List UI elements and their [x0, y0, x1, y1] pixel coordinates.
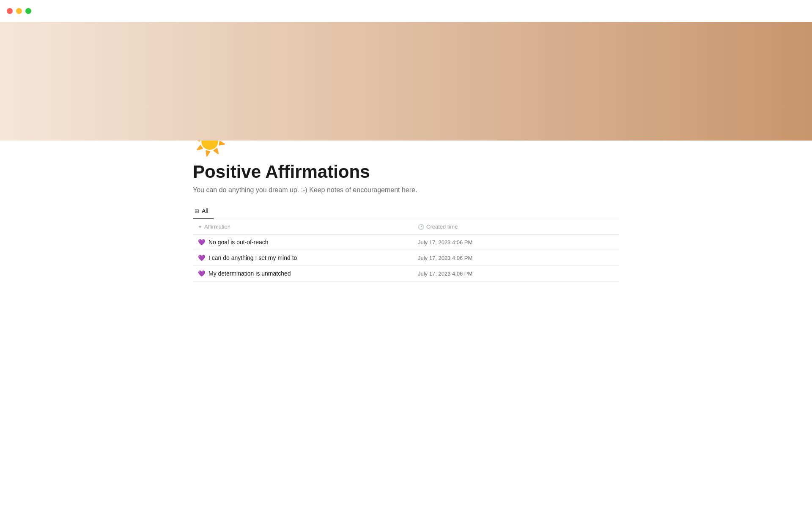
- titlebar: [0, 0, 812, 22]
- table-row[interactable]: 💜My determination is unmatchedJuly 17, 2…: [193, 266, 619, 282]
- col-affirmation-label: Affirmation: [204, 224, 230, 230]
- extra-cell: [523, 250, 619, 266]
- page-content: ☀️ Positive Affirmations You can do anyt…: [152, 128, 660, 282]
- extra-cell: [523, 266, 619, 282]
- minimize-button[interactable]: [16, 8, 22, 14]
- clock-icon: 🕐: [418, 224, 424, 230]
- maximize-button[interactable]: [25, 8, 31, 14]
- affirmation-text: No goal is out-of-reach: [208, 239, 269, 246]
- created-time-cell: July 17, 2023 4:06 PM: [413, 266, 523, 282]
- tabs-bar: ⊞ All: [193, 204, 619, 219]
- extra-cell: [523, 235, 619, 250]
- table-row[interactable]: 💜No goal is out-of-reachJuly 17, 2023 4:…: [193, 235, 619, 250]
- col-created-header: 🕐 Created time: [413, 219, 523, 235]
- affirmation-cell: 💜My determination is unmatched: [193, 266, 413, 282]
- affirmation-cell: 💜I can do anything I set my mind to: [193, 250, 413, 266]
- heart-icon: 💜: [198, 239, 205, 246]
- col-extra-header: [523, 219, 619, 235]
- page-description: You can do anything you dream up. :-) Ke…: [193, 186, 619, 194]
- sparkle-icon: ✦: [198, 224, 202, 230]
- affirmation-cell: 💜No goal is out-of-reach: [193, 235, 413, 250]
- tab-all[interactable]: ⊞ All: [193, 204, 214, 219]
- cover-image: [0, 22, 812, 141]
- page-title: Positive Affirmations: [193, 162, 619, 182]
- created-time-cell: July 17, 2023 4:06 PM: [413, 250, 523, 266]
- affirmation-text: I can do anything I set my mind to: [208, 254, 297, 261]
- tab-all-label: All: [202, 207, 208, 214]
- table-header-row: ✦ Affirmation 🕐 Created time: [193, 219, 619, 235]
- heart-icon: 💜: [198, 254, 205, 261]
- table-row[interactable]: 💜I can do anything I set my mind toJuly …: [193, 250, 619, 266]
- affirmations-table: ✦ Affirmation 🕐 Created time 💜No goal is…: [193, 219, 619, 282]
- table-icon: ⊞: [195, 208, 199, 214]
- col-created-label: Created time: [426, 224, 458, 230]
- created-time-cell: July 17, 2023 4:06 PM: [413, 235, 523, 250]
- affirmation-text: My determination is unmatched: [208, 270, 291, 277]
- close-button[interactable]: [7, 8, 13, 14]
- heart-icon: 💜: [198, 270, 205, 277]
- col-affirmation-header: ✦ Affirmation: [193, 219, 413, 235]
